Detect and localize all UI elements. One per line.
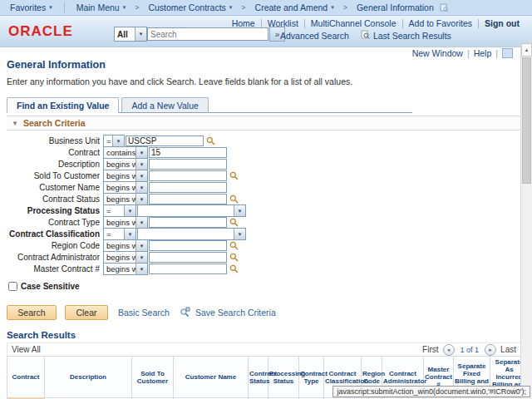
last-search-results-icon [361, 30, 370, 41]
multichannel-console-link[interactable]: MultiChannel Console [311, 18, 397, 28]
search-field-row: Sold To Customerbegins with▼ [7, 170, 521, 181]
select-value: begins with [104, 264, 135, 273]
pager-previous-button[interactable]: ◄ [443, 344, 455, 356]
pager-first-label[interactable]: First [422, 345, 438, 354]
column-header[interactable]: Sold To Customer [132, 357, 174, 398]
lookup-icon[interactable] [229, 218, 239, 227]
search-criteria-header[interactable]: ▼ Search Criteria [7, 116, 521, 131]
chevron-down-icon: ▼ [124, 205, 135, 216]
divider [402, 19, 403, 28]
column-header[interactable]: Contract Type [299, 357, 324, 398]
breadcrumb-label: Create and Amend [255, 2, 328, 12]
chevron-down-icon: ▼ [135, 159, 147, 170]
column-header[interactable]: Customer Name [174, 357, 249, 398]
scrollbar-thumb[interactable] [522, 57, 531, 184]
new-window-link[interactable]: New Window [412, 48, 463, 58]
view-all-link[interactable]: View All [12, 345, 41, 354]
breadcrumb-item-general-information[interactable]: General Information [357, 2, 434, 12]
operator-select[interactable]: begins with▼ [103, 263, 148, 275]
tab-bar: Find an Existing Value Add a New Value [7, 96, 412, 113]
operator-select[interactable]: contains▼ [103, 146, 148, 159]
operator-select[interactable]: begins with▼ [103, 193, 148, 205]
add-to-favorites-link[interactable]: Add to Favorites [409, 18, 472, 28]
search-links: Advanced Search Last Search Results [280, 30, 451, 41]
top-header: ORACLE Home Worklist MultiChannel Consol… [0, 16, 532, 47]
column-header[interactable]: Description [45, 357, 132, 398]
search-field-row: Contract Classification=▼▼ [7, 229, 521, 239]
advanced-search-link[interactable]: Advanced Search [280, 31, 349, 41]
operator-select[interactable]: begins with▼ [103, 170, 148, 182]
help-link[interactable]: Help [474, 48, 492, 58]
search-criteria-form: Business Unit=▼Contractcontains▼Descript… [7, 135, 521, 274]
operator-select[interactable]: begins with▼ [103, 181, 148, 194]
breadcrumb-separator: > [343, 3, 347, 12]
operator-select[interactable]: =▼ [103, 135, 125, 147]
divider: | [495, 48, 498, 58]
utility-links: New Window | Help | [409, 48, 513, 58]
chevron-down-icon: ▼ [135, 194, 147, 204]
personalize-page-icon[interactable] [502, 48, 513, 58]
field-label: Customer Name [7, 183, 103, 192]
last-search-results-link[interactable]: Last Search Results [373, 31, 451, 41]
search-button[interactable]: Search [7, 305, 57, 320]
operator-select[interactable]: begins with▼ [103, 216, 148, 229]
pager-last-label[interactable]: Last [500, 345, 516, 354]
global-search: All ▼ » [114, 27, 285, 42]
operator-select[interactable]: begins with▼ [103, 158, 148, 170]
select-value: begins with [104, 171, 135, 180]
tab-find-an-existing-value[interactable]: Find an Existing Value [7, 97, 119, 113]
value-select[interactable]: ▼ [137, 204, 246, 217]
vertical-scrollbar[interactable]: ▲ [520, 43, 532, 399]
case-sensitive-checkbox[interactable] [8, 282, 17, 291]
lookup-icon[interactable] [229, 171, 239, 180]
chevron-down-icon: ▼ [234, 229, 245, 239]
value-input[interactable] [149, 194, 227, 204]
lookup-icon[interactable] [229, 253, 239, 262]
tab-add-a-new-value[interactable]: Add a New Value [121, 97, 208, 113]
breadcrumb-item-favorites[interactable]: Favorites ▾ [10, 2, 52, 12]
lookup-icon[interactable] [229, 241, 239, 250]
breadcrumb-item-create-and-amend[interactable]: Create and Amend ▾ [255, 2, 334, 12]
value-input[interactable] [149, 264, 227, 274]
search-scope-select[interactable]: All ▼ [114, 27, 147, 42]
lookup-icon[interactable] [206, 136, 215, 145]
scroll-up-button[interactable]: ▲ [521, 43, 532, 57]
field-label: Contract Status [7, 195, 103, 204]
value-select[interactable]: ▼ [137, 228, 246, 240]
column-header[interactable]: Contract [7, 357, 45, 398]
value-input[interactable] [149, 182, 227, 193]
operator-select[interactable]: =▼ [103, 204, 136, 217]
value-input[interactable] [149, 252, 227, 263]
pager-next-button[interactable]: ► [485, 344, 496, 356]
select-value: begins with [104, 195, 135, 204]
breadcrumb-item-customer-contracts[interactable]: Customer Contracts ▾ [148, 2, 232, 12]
value-input[interactable] [149, 217, 227, 228]
select-value: = [104, 136, 112, 145]
value-input[interactable] [149, 240, 227, 251]
operator-select[interactable]: begins with▼ [103, 251, 148, 264]
value-input[interactable] [149, 159, 227, 170]
clear-button[interactable]: Clear [65, 305, 108, 320]
lookup-icon[interactable] [229, 195, 239, 204]
oracle-logo: ORACLE [8, 23, 73, 40]
select-value: begins with [104, 253, 135, 262]
lookup-icon[interactable] [229, 264, 239, 273]
basic-search-link[interactable]: Basic Search [118, 308, 170, 318]
breadcrumb-item-main-menu[interactable]: Main Menu ▾ [76, 2, 126, 12]
column-header[interactable]: Contract Status [249, 357, 268, 398]
value-input[interactable] [126, 135, 204, 146]
chevron-down-icon: ▾ [229, 4, 233, 11]
field-label: Sold To Customer [7, 171, 103, 180]
global-search-input[interactable] [147, 27, 268, 41]
value-input[interactable] [149, 170, 227, 181]
chevron-down-icon: ▼ [135, 27, 146, 41]
save-search-criteria-link[interactable]: Save Search Criteria [195, 308, 276, 318]
value-input[interactable] [149, 147, 227, 158]
column-header[interactable]: Processing Status [268, 357, 299, 398]
breadcrumb: Favorites ▾ Main Menu ▾ > Customer Contr… [0, 0, 532, 16]
sign-out-link[interactable]: Sign out [485, 18, 520, 28]
operator-select[interactable]: begins with▼ [103, 239, 148, 252]
search-field-row: Master Contract #begins with▼ [7, 264, 521, 274]
operator-select[interactable]: =▼ [103, 228, 136, 240]
search-field-row: Contract Administratorbegins with▼ [7, 252, 521, 263]
